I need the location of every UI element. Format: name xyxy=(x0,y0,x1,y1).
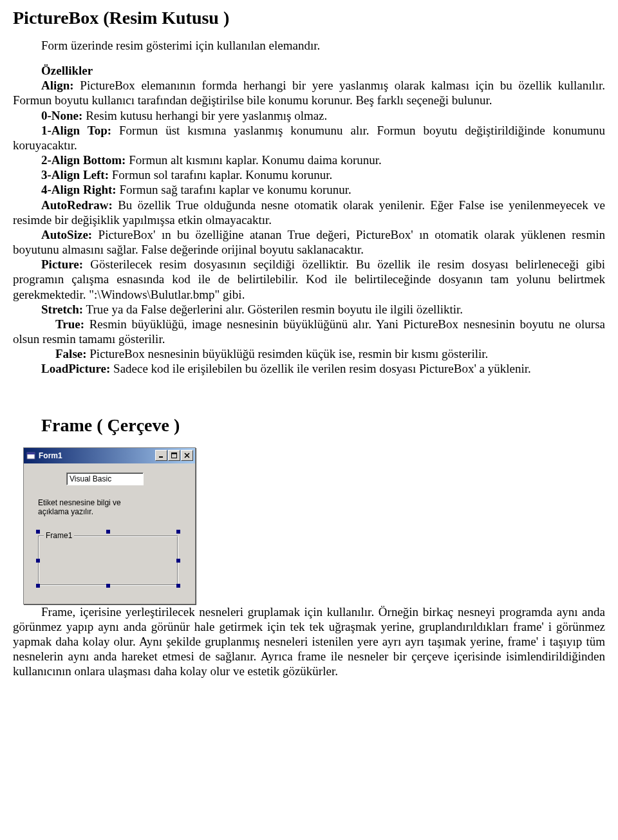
handle-ne[interactable] xyxy=(176,530,180,534)
handle-n[interactable] xyxy=(106,530,110,534)
picturebox-intro: Form üzerinde resim gösterimi için kulla… xyxy=(41,39,605,53)
window-title: Form1 xyxy=(39,451,62,460)
opt-left-text: Formun sol tarafını kaplar. Konumu korun… xyxy=(109,168,332,182)
picture-label: Picture: xyxy=(41,257,83,271)
align-label: Align: xyxy=(41,79,74,92)
handle-w[interactable] xyxy=(36,559,40,563)
picture-text: Gösterilecek resim dosyasının seçildiği … xyxy=(13,257,605,301)
false-text: PictureBox nesnesinin büyüklüğü resimden… xyxy=(87,347,489,360)
frame-paragraph: Frame, içerisine yerleştirilecek nesnele… xyxy=(13,604,605,679)
handle-e[interactable] xyxy=(176,559,180,563)
document-page: PictureBox (Resim Kutusu ) Form üzerinde… xyxy=(0,0,618,691)
minimize-button[interactable] xyxy=(155,450,167,461)
svg-rect-4 xyxy=(172,453,177,454)
true-text: Resmin büyüklüğü, image nesnesinin büyük… xyxy=(13,317,605,346)
loadpicture-label: LoadPicture: xyxy=(41,362,110,375)
autoredraw-label: AutoRedraw: xyxy=(41,198,113,212)
maximize-button[interactable] xyxy=(168,450,180,461)
opt-bottom-label: 2-Align Bottom: xyxy=(41,153,126,167)
opt-right-label: 4-Align Right: xyxy=(41,183,117,196)
stretch-text: True ya da False değerlerini alır. Göste… xyxy=(83,303,463,316)
opt-right-text: Formun sağ tarafını kaplar ve konumu kor… xyxy=(117,183,351,196)
stretch-label: Stretch: xyxy=(41,303,83,316)
opt-top-label: 1-Align Top: xyxy=(41,124,111,137)
opt-bottom-text: Formun alt kısmını kaplar. Konumu daima … xyxy=(126,153,381,167)
align-text: PictureBox elemanının formda herhangi bi… xyxy=(13,79,605,107)
frame1[interactable]: Frame1 xyxy=(38,536,178,586)
handle-se[interactable] xyxy=(176,584,180,588)
close-button[interactable] xyxy=(181,450,193,461)
titlebar[interactable]: Form1 xyxy=(24,448,195,463)
handle-nw[interactable] xyxy=(36,530,40,534)
opt-left-label: 3-Align Left: xyxy=(41,168,109,182)
form-icon xyxy=(26,451,35,460)
properties-heading: Özellikler xyxy=(41,64,93,77)
svg-rect-2 xyxy=(159,456,163,458)
opt-none-text: Resim kutusu herhangi bir yere yaslanmış… xyxy=(82,109,327,122)
svg-rect-1 xyxy=(27,453,35,454)
handle-sw[interactable] xyxy=(36,584,40,588)
autosize-label: AutoSize: xyxy=(41,228,92,241)
picturebox-properties: Özellikler Align: PictureBox elemanının … xyxy=(13,63,605,377)
form1-window: Form1 Visual Basic Etiket nesnesine bilg… xyxy=(23,447,196,604)
false-label: False: xyxy=(55,347,87,360)
loadpicture-text: Sadece kod ile erişilebilen bu özellik i… xyxy=(110,362,530,375)
form-client-area: Visual Basic Etiket nesnesine bilgi ve a… xyxy=(24,463,195,604)
opt-none-label: 0-None: xyxy=(41,109,82,122)
autosize-text: PictureBox' ın bu özelliğine atanan True… xyxy=(13,228,605,256)
handle-s[interactable] xyxy=(106,584,110,588)
label-description: Etiket nesnesine bilgi ve açıklama yazıl… xyxy=(38,498,135,516)
true-label: True: xyxy=(55,317,84,331)
picturebox-title: PictureBox (Resim Kutusu ) xyxy=(13,8,605,28)
textbox-visualbasic[interactable]: Visual Basic xyxy=(66,472,144,485)
frame1-caption: Frame1 xyxy=(44,531,74,540)
frame-title: Frame ( Çerçeve ) xyxy=(41,415,605,436)
